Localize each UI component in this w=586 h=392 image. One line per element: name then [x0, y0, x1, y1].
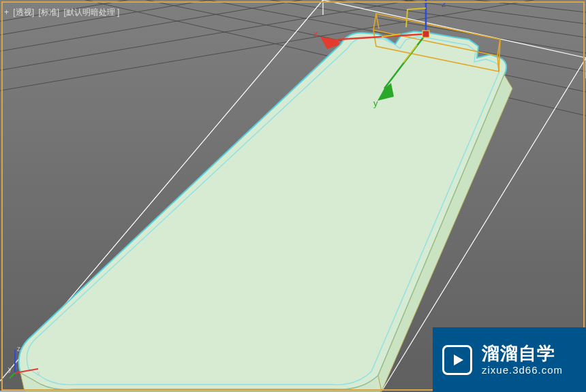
mini-axis-y-label: y: [8, 365, 12, 373]
gizmo-y-label: y: [373, 98, 378, 108]
gizmo-x-arrow[interactable]: [320, 37, 339, 49]
viewport-shading-label[interactable]: [默认明暗处理 ]: [63, 7, 119, 17]
svg-line-18: [10, 373, 15, 378]
watermark-banner: 溜溜自学 zixue.3d66.com: [433, 327, 586, 392]
gizmo-z-label: z: [442, 0, 446, 9]
svg-marker-19: [454, 355, 463, 365]
mini-axis-x-label: x: [37, 370, 40, 377]
gizmo-origin[interactable]: [422, 31, 429, 37]
mini-axis-z-label: z: [17, 346, 20, 353]
world-axis-indicator: z x y: [8, 346, 42, 380]
play-icon: [442, 345, 472, 375]
viewport-menu-toggle[interactable]: +: [4, 7, 9, 17]
gizmo-x-label: x: [313, 29, 318, 39]
viewport-view-label[interactable]: [透视]: [13, 7, 34, 17]
watermark-subtext: zixue.3d66.com: [482, 364, 563, 377]
viewport-standard-label[interactable]: [标准]: [38, 7, 59, 17]
watermark-title: 溜溜自学: [482, 342, 563, 365]
viewport-label-bar: + [透视] [标准] [默认明暗处理 ]: [4, 7, 121, 18]
svg-line-17: [15, 369, 38, 373]
